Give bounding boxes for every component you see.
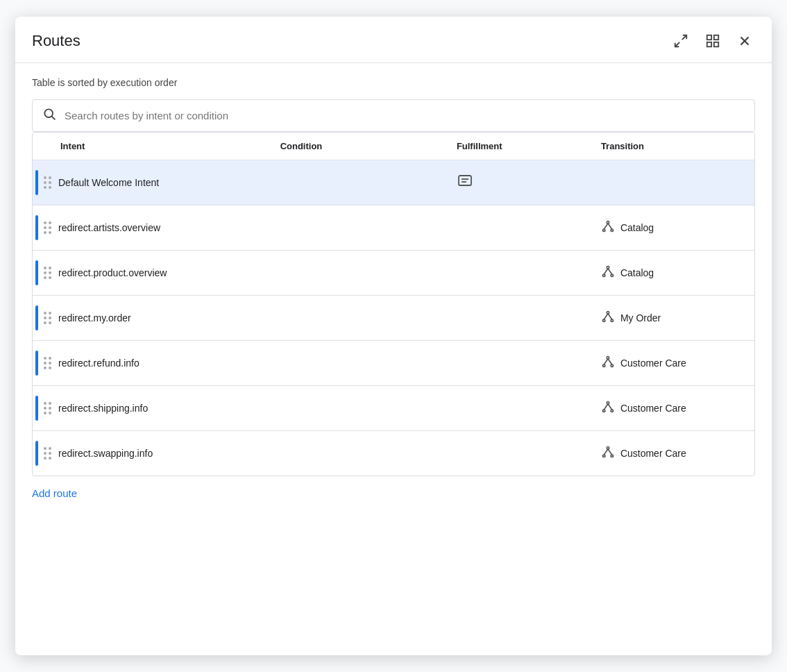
selected-indicator — [35, 351, 38, 376]
selected-indicator — [35, 441, 38, 466]
routes-table-wrapper: Intent Condition Fulfillment Transition — [32, 132, 755, 476]
condition-cell — [273, 160, 450, 205]
svg-line-16 — [604, 223, 608, 228]
drag-handle[interactable] — [41, 355, 54, 371]
transition-label: Customer Care — [620, 448, 686, 459]
drag-handle[interactable] — [41, 220, 54, 235]
drag-handle[interactable] — [41, 175, 54, 190]
fulfillment-cell — [450, 386, 594, 431]
svg-rect-10 — [459, 176, 471, 185]
transition-cell: Customer Care — [594, 431, 754, 476]
svg-line-1 — [675, 42, 679, 47]
condition-cell — [273, 296, 450, 341]
transition-node-icon — [601, 310, 615, 327]
svg-rect-4 — [707, 42, 711, 47]
transition-cell — [594, 160, 754, 205]
svg-line-21 — [604, 268, 608, 274]
table-row[interactable]: redirect.swapping.info — [33, 431, 754, 476]
dialog-footer: Add route — [15, 476, 772, 513]
svg-line-0 — [682, 35, 686, 40]
svg-line-27 — [608, 313, 612, 319]
intent-label: redirect.swapping.info — [58, 448, 153, 459]
search-input[interactable] — [65, 110, 745, 121]
transition-cell: Catalog — [594, 251, 754, 296]
selected-indicator — [35, 215, 38, 240]
drag-handle[interactable] — [41, 265, 54, 280]
svg-rect-5 — [714, 42, 718, 47]
transition-label: Catalog — [620, 267, 654, 278]
intent-cell: redirect.shipping.info — [33, 386, 273, 431]
table-row[interactable]: redirect.refund.info — [33, 341, 754, 386]
svg-line-41 — [604, 448, 608, 454]
svg-point-25 — [611, 319, 613, 321]
dialog-header: Routes — [15, 17, 772, 63]
intent-cell: redirect.artists.overview — [33, 205, 273, 251]
fulfillment-cell — [450, 205, 594, 251]
transition-node-icon — [601, 219, 615, 237]
transition-label: My Order — [620, 312, 661, 324]
condition-cell — [273, 431, 450, 476]
routes-dialog: Routes — [15, 17, 772, 655]
transition-node-icon — [601, 400, 615, 417]
message-icon — [457, 177, 473, 192]
svg-point-28 — [607, 356, 609, 358]
fulfillment-cell — [450, 251, 594, 296]
svg-point-39 — [602, 455, 604, 457]
intent-cell: redirect.my.order — [33, 296, 273, 341]
transition-cell: My Order — [594, 296, 754, 341]
condition-cell — [273, 251, 450, 296]
svg-line-26 — [604, 313, 608, 319]
selected-indicator — [35, 260, 38, 285]
add-route-button[interactable]: Add route — [15, 476, 94, 513]
selected-indicator — [35, 170, 38, 195]
search-icon — [42, 107, 56, 124]
intent-label: Default Welcome Intent — [58, 177, 159, 188]
svg-point-33 — [607, 401, 609, 403]
drag-handle[interactable] — [41, 446, 54, 461]
svg-point-24 — [602, 319, 604, 321]
transition-cell: Customer Care — [594, 386, 754, 431]
col-header-condition: Condition — [273, 133, 450, 160]
transition-label: Customer Care — [620, 403, 686, 414]
svg-point-20 — [611, 274, 613, 276]
svg-point-40 — [611, 455, 613, 457]
intent-label: redirect.artists.overview — [58, 222, 160, 233]
table-header-row: Intent Condition Fulfillment Transition — [33, 133, 754, 160]
svg-line-37 — [608, 403, 612, 409]
intent-cell: redirect.product.overview — [33, 251, 273, 296]
svg-line-22 — [608, 268, 612, 274]
grid-button[interactable] — [702, 31, 723, 51]
intent-label: redirect.my.order — [58, 312, 131, 324]
table-row[interactable]: redirect.my.order — [33, 296, 754, 341]
close-button[interactable] — [734, 31, 755, 51]
table-row[interactable]: Default Welcome Intent — [33, 160, 754, 205]
dialog-title: Routes — [32, 32, 81, 50]
expand-button[interactable] — [670, 31, 691, 51]
drag-handle[interactable] — [41, 310, 54, 326]
fulfillment-cell — [450, 341, 594, 386]
intent-cell: redirect.swapping.info — [33, 431, 273, 476]
table-row[interactable]: redirect.artists.overview — [33, 205, 754, 251]
svg-rect-3 — [714, 35, 718, 40]
svg-point-35 — [611, 410, 613, 412]
svg-line-42 — [608, 448, 612, 454]
transition-cell: Catalog — [594, 205, 754, 251]
transition-node-icon — [601, 445, 615, 462]
table-row[interactable]: redirect.product.overview — [33, 251, 754, 296]
drag-handle[interactable] — [41, 401, 54, 416]
condition-cell — [273, 386, 450, 431]
svg-point-19 — [602, 274, 604, 276]
svg-point-30 — [611, 364, 613, 367]
svg-line-17 — [608, 223, 612, 228]
fulfillment-cell — [450, 431, 594, 476]
svg-line-31 — [604, 358, 608, 364]
intent-label: redirect.refund.info — [58, 358, 139, 369]
svg-rect-2 — [707, 35, 711, 40]
col-header-intent: Intent — [33, 133, 273, 160]
col-header-transition: Transition — [594, 133, 754, 160]
table-row[interactable]: redirect.shipping.info — [33, 386, 754, 431]
svg-line-32 — [608, 358, 612, 364]
svg-point-38 — [607, 446, 609, 448]
svg-point-29 — [602, 364, 604, 367]
sort-label: Table is sorted by execution order — [32, 77, 755, 88]
